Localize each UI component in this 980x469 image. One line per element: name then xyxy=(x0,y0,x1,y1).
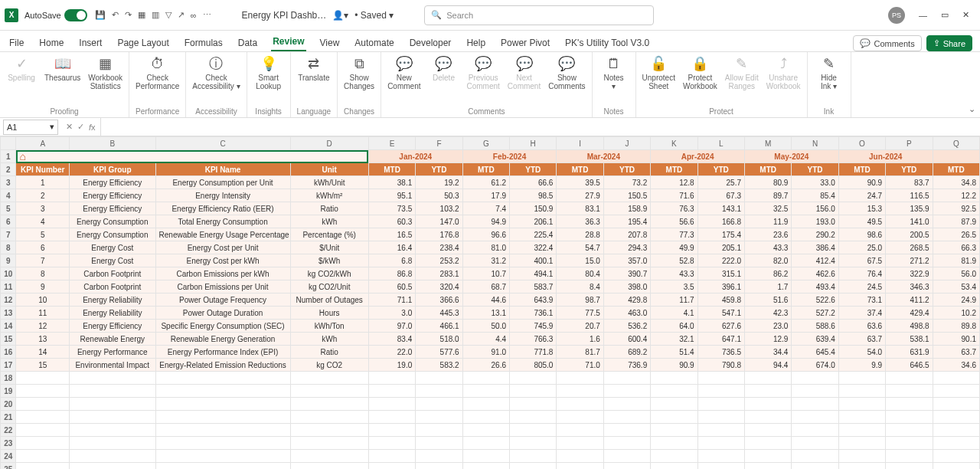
cell-I6[interactable]: 36.3 xyxy=(557,215,603,228)
cell-D24[interactable] xyxy=(290,450,368,463)
cell-J21[interactable] xyxy=(603,411,650,424)
cell-E13[interactable]: 3.0 xyxy=(368,307,415,320)
cell-K22[interactable] xyxy=(651,424,697,437)
cell-O21[interactable] xyxy=(838,411,885,424)
ribbon-smart-button[interactable]: 💡SmartLookup xyxy=(253,55,284,90)
cell-E22[interactable] xyxy=(368,424,415,437)
cell-L12[interactable]: 459.8 xyxy=(697,294,744,307)
cell-N6[interactable]: 193.0 xyxy=(792,215,838,228)
cell-F4[interactable]: 50.3 xyxy=(416,189,462,202)
cell-A23[interactable] xyxy=(16,437,70,450)
cell-C5[interactable]: Energy Efficiency Ratio (EER) xyxy=(155,202,290,215)
cell-O11[interactable]: 24.5 xyxy=(838,280,885,294)
cell-A7[interactable]: 5 xyxy=(16,228,70,241)
cell-B10[interactable]: Carbon Footprint xyxy=(70,267,156,280)
cell-K23[interactable] xyxy=(651,437,697,450)
cell-F3[interactable]: 19.2 xyxy=(416,176,462,189)
cell-Q22[interactable] xyxy=(933,424,979,437)
cell-L5[interactable]: 143.1 xyxy=(697,202,744,215)
close-icon[interactable]: ✕ xyxy=(962,10,969,20)
cell-L6[interactable]: 166.8 xyxy=(697,215,744,228)
cell-M23[interactable] xyxy=(744,437,791,450)
cell-O17[interactable]: 9.9 xyxy=(838,359,885,372)
cell-K4[interactable]: 71.6 xyxy=(651,189,697,202)
cell-E23[interactable] xyxy=(368,437,415,450)
cell-Q15[interactable]: 90.1 xyxy=(933,333,979,346)
cell-N9[interactable]: 412.4 xyxy=(792,254,838,267)
cell-Q17[interactable]: 34.6 xyxy=(933,359,979,372)
cell-K9[interactable]: 52.8 xyxy=(651,254,697,267)
cell-G10[interactable]: 10.7 xyxy=(462,267,509,280)
share-arrow-icon[interactable]: ↗ xyxy=(178,10,185,20)
cell-A3[interactable]: 1 xyxy=(16,176,70,189)
cell-C24[interactable] xyxy=(155,450,290,463)
cell-N7[interactable]: 290.2 xyxy=(792,228,838,241)
cell-D21[interactable] xyxy=(290,411,368,424)
cell-K7[interactable]: 77.3 xyxy=(651,228,697,241)
cell-G12[interactable]: 44.6 xyxy=(462,294,509,307)
cell-F14[interactable]: 466.1 xyxy=(416,320,462,333)
cell-P19[interactable] xyxy=(886,385,933,398)
cell-Q13[interactable]: 10.2 xyxy=(933,307,979,320)
cell-M3[interactable]: 80.9 xyxy=(744,176,791,189)
cell-P23[interactable] xyxy=(886,437,933,450)
cell-M8[interactable]: 43.3 xyxy=(744,241,791,254)
ribbon-notes-button[interactable]: 🗒Notes▾ xyxy=(599,55,629,90)
cell-P12[interactable]: 411.2 xyxy=(886,294,933,307)
cell-C3[interactable]: Energy Consumption per Unit xyxy=(155,176,290,189)
month-header-3[interactable]: Apr-2024 xyxy=(651,150,745,163)
row-header-2[interactable]: 2 xyxy=(1,163,16,176)
cell-M15[interactable]: 12.9 xyxy=(744,333,791,346)
cell-N22[interactable] xyxy=(792,424,838,437)
cell-E19[interactable] xyxy=(368,385,415,398)
cell-B6[interactable]: Energy Consumption xyxy=(70,215,156,228)
cell-L15[interactable]: 647.1 xyxy=(697,333,744,346)
cell-H19[interactable] xyxy=(510,385,557,398)
cell-L18[interactable] xyxy=(697,372,744,385)
row-header-14[interactable]: 14 xyxy=(1,320,16,333)
row-header-18[interactable]: 18 xyxy=(1,372,16,385)
cell-O3[interactable]: 90.9 xyxy=(838,176,885,189)
cell-N13[interactable]: 527.2 xyxy=(792,307,838,320)
cell-C22[interactable] xyxy=(155,424,290,437)
filter-icon[interactable]: ▽ xyxy=(165,10,172,20)
row-header-25[interactable]: 25 xyxy=(1,463,16,470)
cell-Q18[interactable] xyxy=(933,372,979,385)
cell-P18[interactable] xyxy=(886,372,933,385)
cell-H21[interactable] xyxy=(510,411,557,424)
ribbon-check-button[interactable]: ⓘCheckAccessibility ▾ xyxy=(192,55,240,90)
hdr-ytd-2[interactable]: YTD xyxy=(603,163,650,176)
cell-G20[interactable] xyxy=(462,398,509,411)
month-header-5[interactable]: Jun-2024 xyxy=(838,150,933,163)
cell-J12[interactable]: 429.8 xyxy=(603,294,650,307)
hdr-mtd-1[interactable]: MTD xyxy=(462,163,509,176)
hdr-mtd-5[interactable]: MTD xyxy=(838,163,885,176)
cell-M24[interactable] xyxy=(744,450,791,463)
cell-C8[interactable]: Energy Cost per Unit xyxy=(155,241,290,254)
cell-B11[interactable]: Carbon Footprint xyxy=(70,280,156,294)
cell-D12[interactable]: Number of Outages xyxy=(290,294,368,307)
cell-L10[interactable]: 315.1 xyxy=(697,267,744,280)
cell-C13[interactable]: Power Outage Duration xyxy=(155,307,290,320)
cell-H20[interactable] xyxy=(510,398,557,411)
col-header-Q[interactable]: Q xyxy=(933,137,979,150)
cell-N24[interactable] xyxy=(792,450,838,463)
cell-Q14[interactable]: 89.8 xyxy=(933,320,979,333)
cell-J20[interactable] xyxy=(603,398,650,411)
cell-F21[interactable] xyxy=(416,411,462,424)
cell-H3[interactable]: 66.6 xyxy=(510,176,557,189)
cell-J25[interactable] xyxy=(603,463,650,470)
cell-F5[interactable]: 103.2 xyxy=(416,202,462,215)
row-header-8[interactable]: 8 xyxy=(1,241,16,254)
cell-A17[interactable]: 15 xyxy=(16,359,70,372)
cell-A19[interactable] xyxy=(16,385,70,398)
cell-N14[interactable]: 588.6 xyxy=(792,320,838,333)
cell-H23[interactable] xyxy=(510,437,557,450)
cell-C11[interactable]: Carbon Emissions per Unit xyxy=(155,280,290,294)
cell-G3[interactable]: 61.2 xyxy=(462,176,509,189)
hdr-mtd-4[interactable]: MTD xyxy=(744,163,791,176)
maximize-icon[interactable]: ▭ xyxy=(941,10,949,20)
tab-pk-s-utility-tool-v3-0[interactable]: PK's Utility Tool V3.0 xyxy=(564,34,651,51)
cell-G4[interactable]: 17.9 xyxy=(462,189,509,202)
spreadsheet-grid[interactable]: ABCDEFGHIJKLMNOPQ1⌂Jan-2024Feb-2024Mar-2… xyxy=(0,136,980,469)
